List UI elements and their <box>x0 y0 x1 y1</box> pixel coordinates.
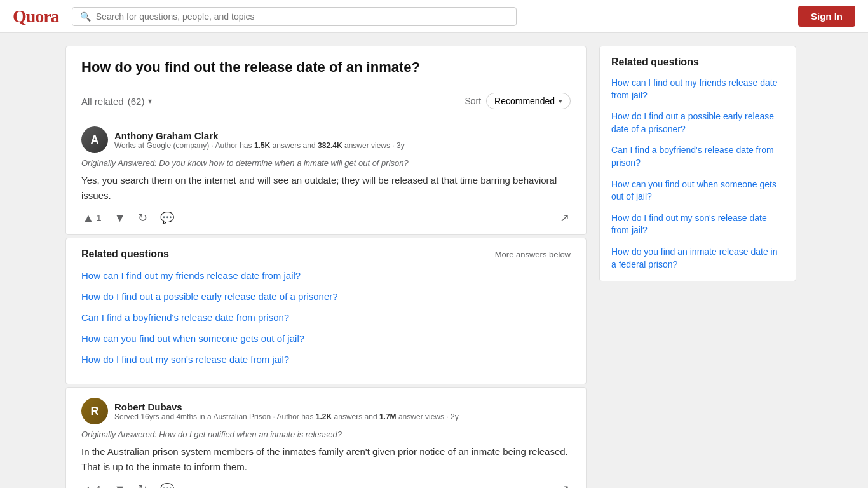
refresh-icon: ↻ <box>138 482 147 488</box>
avatar: R <box>81 398 108 424</box>
chevron-down-icon: ▾ <box>559 97 562 105</box>
sidebar-related-title: Related questions <box>611 57 784 68</box>
sidebar-link[interactable]: How can I find out my friends release da… <box>611 77 784 102</box>
sidebar-link[interactable]: Can I find a boyfriend's release date fr… <box>611 144 784 169</box>
search-bar[interactable]: 🔍 <box>72 7 517 26</box>
related-link[interactable]: How can you find out when someone gets o… <box>81 332 571 345</box>
upvote-count: 1 <box>97 213 102 223</box>
search-input[interactable] <box>96 11 508 22</box>
avatar: A <box>81 126 108 153</box>
action-bar: ▲ 1 ▼ ↻ 💬 ↗ <box>81 481 571 488</box>
downvote-icon: ▼ <box>114 212 126 225</box>
all-related-filter[interactable]: All related (62) ▾ <box>81 96 152 107</box>
upvote-icon: ▲ <box>83 483 94 489</box>
originally-answered: Originally Answered: How do I get notifi… <box>81 430 571 439</box>
all-related-count: (62) <box>128 96 145 107</box>
more-answers-label: More answers below <box>495 250 571 259</box>
all-related-label: All related <box>81 96 124 107</box>
sidebar-link[interactable]: How do I find out my son's release date … <box>611 212 784 237</box>
related-link[interactable]: How do I find out a possible early relea… <box>81 290 571 303</box>
avatar-initials: R <box>91 405 99 418</box>
author-row: A Anthony Graham Clark Works at Google (… <box>81 126 571 153</box>
sidebar-related-card: Related questions How can I find out my … <box>599 46 796 281</box>
question-title: How do you find out the release date of … <box>66 46 586 86</box>
upvote-icon: ▲ <box>83 212 94 225</box>
question-card: How do you find out the release date of … <box>65 46 587 235</box>
comment-button[interactable]: 💬 <box>159 210 175 226</box>
comment-icon: 💬 <box>160 211 174 225</box>
author-info: Robert Dubavs Served 16yrs and 4mths in … <box>114 402 459 421</box>
quora-logo: Quora <box>13 6 59 27</box>
action-bar: ▲ 1 ▼ ↻ 💬 ↗ <box>81 210 571 226</box>
answer-block: A Anthony Graham Clark Works at Google (… <box>66 116 586 234</box>
upvote-button[interactable]: ▲ 1 <box>81 482 103 489</box>
author-row: R Robert Dubavs Served 16yrs and 4mths i… <box>81 398 571 424</box>
author-meta: Works at Google (company) · Author has 1… <box>114 141 405 150</box>
reshare-button[interactable]: ↻ <box>137 210 149 226</box>
downvote-icon: ▼ <box>114 483 126 489</box>
refresh-icon: ↻ <box>138 211 147 225</box>
share-button[interactable]: ↗ <box>559 210 571 226</box>
upvote-count: 1 <box>97 484 102 488</box>
header: Quora 🔍 Sign In <box>0 0 868 33</box>
signin-button[interactable]: Sign In <box>798 6 855 27</box>
author-name[interactable]: Robert Dubavs <box>114 402 459 412</box>
comment-button[interactable]: 💬 <box>159 481 175 488</box>
sidebar-link[interactable]: How do I find out a possible early relea… <box>611 111 784 135</box>
sort-value: Recommended <box>494 96 555 106</box>
author-info: Anthony Graham Clark Works at Google (co… <box>114 130 405 150</box>
chevron-down-icon: ▾ <box>148 97 152 105</box>
related-link[interactable]: Can I find a boyfriend's release date fr… <box>81 311 571 324</box>
related-link[interactable]: How can I find out my friends release da… <box>81 269 571 282</box>
author-meta: Served 16yrs and 4mths in a Australian P… <box>114 412 459 421</box>
answer-text: Yes, you search them on the internet and… <box>81 173 571 203</box>
sidebar-link[interactable]: How do you find an inmate release date i… <box>611 246 784 271</box>
related-questions-title: Related questions <box>81 248 169 260</box>
page-layout: How do you find out the release date of … <box>53 33 815 488</box>
sidebar-link[interactable]: How can you find out when someone gets o… <box>611 179 784 203</box>
downvote-button[interactable]: ▼ <box>113 482 127 489</box>
sort-button[interactable]: Recommended ▾ <box>486 93 571 109</box>
downvote-button[interactable]: ▼ <box>113 210 127 226</box>
related-questions-card: Related questions More answers below How… <box>65 238 587 384</box>
sort-label: Sort <box>465 96 481 106</box>
related-link[interactable]: How do I find out my son's release date … <box>81 353 571 366</box>
sidebar: Related questions How can I find out my … <box>599 46 796 488</box>
share-icon: ↗ <box>560 482 569 488</box>
avatar-initials: A <box>91 133 99 147</box>
author-name[interactable]: Anthony Graham Clark <box>114 130 405 141</box>
answer-block-2: R Robert Dubavs Served 16yrs and 4mths i… <box>65 387 587 488</box>
answer-text: In the Australian prison system members … <box>81 444 571 475</box>
share-button[interactable]: ↗ <box>559 481 571 488</box>
upvote-button[interactable]: ▲ 1 <box>81 210 103 226</box>
answers-toolbar: All related (62) ▾ Sort Recommended ▾ <box>66 86 586 116</box>
originally-answered: Originally Answered: Do you know how to … <box>81 158 571 168</box>
search-icon: 🔍 <box>80 11 91 22</box>
main-content: How do you find out the release date of … <box>65 46 587 488</box>
reshare-button[interactable]: ↻ <box>137 481 149 488</box>
comment-icon: 💬 <box>160 482 174 488</box>
related-header: Related questions More answers below <box>81 248 571 260</box>
answer-block: R Robert Dubavs Served 16yrs and 4mths i… <box>66 388 586 488</box>
share-icon: ↗ <box>560 211 569 225</box>
